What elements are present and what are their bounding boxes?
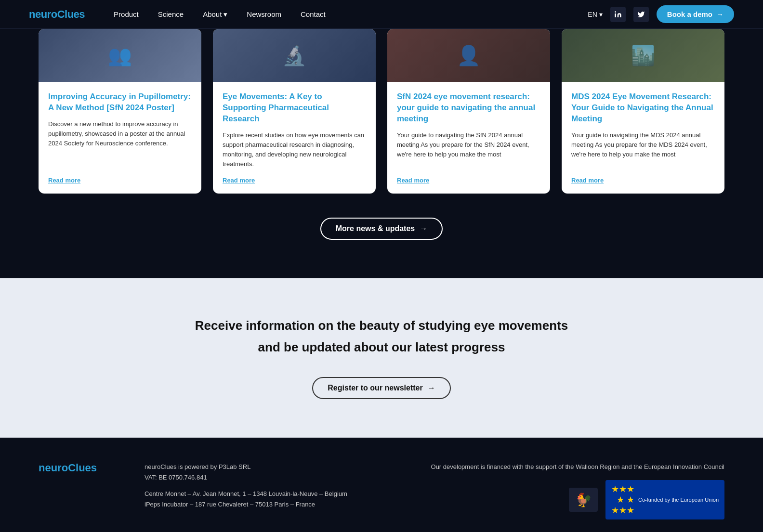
footer-company-info: neuroClues is powered by P3Lab SRL VAT: … xyxy=(145,462,402,519)
card-4-title: MDS 2024 Eye Movement Research: Your Gui… xyxy=(571,91,715,125)
footer-logo[interactable]: neuroClues xyxy=(39,462,116,519)
nav-newsroom[interactable]: Newsroom xyxy=(247,10,281,18)
card-2-read-more[interactable]: Read more xyxy=(223,177,366,184)
card-1-desc: Discover a new method to improve accurac… xyxy=(48,119,192,169)
nav-science[interactable]: Science xyxy=(158,10,184,18)
card-2-desc: Explore recent studies on how eye moveme… xyxy=(223,130,366,169)
card-4-image: 🏙️ xyxy=(562,29,724,82)
nav-about[interactable]: About ▾ xyxy=(203,10,227,19)
chevron-down-icon: ▾ xyxy=(599,11,603,18)
footer-company-name: neuroClues is powered by P3Lab SRL xyxy=(145,462,402,472)
card-1-title: Improving Accuracy in Pupillometry: A Ne… xyxy=(48,91,192,114)
card-image-placeholder: 👤 xyxy=(457,44,481,67)
card-3-desc: Your guide to navigating the SfN 2024 an… xyxy=(397,130,540,169)
twitter-icon[interactable] xyxy=(633,7,649,22)
chevron-down-icon: ▾ xyxy=(224,10,227,19)
footer-eu-info: Our development is financed with the sup… xyxy=(431,462,724,519)
language-selector[interactable]: EN ▾ xyxy=(588,11,602,18)
card-3-image: 👤 xyxy=(387,29,550,82)
news-cards-section: 👥 Improving Accuracy in Pupillometry: A … xyxy=(0,29,763,278)
card-image-placeholder: 👥 xyxy=(108,44,132,67)
card-4-read-more[interactable]: Read more xyxy=(571,177,715,184)
news-card-4: 🏙️ MDS 2024 Eye Movement Research: Your … xyxy=(562,29,724,194)
card-3-title: SfN 2024 eye movement research: your gui… xyxy=(397,91,540,125)
footer-vat: VAT: BE 0750.746.841 xyxy=(145,472,402,483)
newsletter-section: Receive information on the beauty of stu… xyxy=(0,278,763,438)
card-3-read-more[interactable]: Read more xyxy=(397,177,540,184)
book-demo-button[interactable]: Book a demo → xyxy=(657,5,734,23)
card-1-image: 👥 xyxy=(39,29,201,82)
nav-product[interactable]: Product xyxy=(114,10,139,18)
more-news-container: More news & updates → xyxy=(39,218,724,249)
news-card-1: 👥 Improving Accuracy in Pupillometry: A … xyxy=(39,29,201,194)
logo[interactable]: neuroClues xyxy=(29,8,85,21)
nav-links: Product Science About ▾ Newsroom Contact xyxy=(114,10,588,19)
walloon-badge: 🐓 xyxy=(569,488,598,512)
card-1-read-more[interactable]: Read more xyxy=(48,177,192,184)
arrow-right-icon: → xyxy=(420,224,427,233)
svg-point-0 xyxy=(615,11,616,13)
card-image-placeholder: 🏙️ xyxy=(631,44,655,67)
walloon-icon: 🐓 xyxy=(575,492,592,508)
footer: neuroClues neuroClues is powered by P3La… xyxy=(0,438,763,532)
eu-cofunded-label: Co-funded by the European Union xyxy=(638,496,719,503)
arrow-right-icon: → xyxy=(428,384,435,392)
footer-address-line2: iPeps Incubator – 187 rue Chevaleret – 7… xyxy=(145,499,402,510)
newsletter-title-line1: Receive information on the beauty of stu… xyxy=(195,317,568,334)
navbar: neuroClues Product Science About ▾ Newsr… xyxy=(0,0,763,29)
arrow-right-icon: → xyxy=(716,10,724,18)
nav-right: EN ▾ Book a demo → xyxy=(588,5,734,23)
eu-stars-icon: ★★★★ ★★★★ xyxy=(611,484,634,516)
card-2-image: 🔬 xyxy=(213,29,376,82)
footer-address-line1: Centre Monnet – Av. Jean Monnet, 1 – 134… xyxy=(145,489,402,499)
logo-text: neuroClues xyxy=(29,8,85,21)
footer-top: neuroClues neuroClues is powered by P3La… xyxy=(39,462,724,532)
footer-badges: 🐓 ★★★★ ★★★★ Co-funded by the European Un… xyxy=(431,480,724,519)
more-news-button[interactable]: More news & updates → xyxy=(320,218,443,240)
eu-badge: ★★★★ ★★★★ Co-funded by the European Unio… xyxy=(605,480,724,519)
news-card-3: 👤 SfN 2024 eye movement research: your g… xyxy=(387,29,550,194)
newsletter-register-button[interactable]: Register to our newsletter → xyxy=(312,377,450,399)
news-card-2: 🔬 Eye Movements: A Key to Supporting Pha… xyxy=(213,29,376,194)
card-image-placeholder: 🔬 xyxy=(282,44,306,67)
footer-eu-support: Our development is financed with the sup… xyxy=(431,462,724,472)
nav-contact[interactable]: Contact xyxy=(301,10,326,18)
newsletter-title-line2: and be updated about our latest progress xyxy=(258,338,505,356)
card-4-desc: Your guide to navigating the MDS 2024 an… xyxy=(571,130,715,169)
cards-grid: 👥 Improving Accuracy in Pupillometry: A … xyxy=(39,29,724,194)
card-2-title: Eye Movements: A Key to Supporting Pharm… xyxy=(223,91,366,125)
linkedin-icon[interactable] xyxy=(610,7,626,22)
